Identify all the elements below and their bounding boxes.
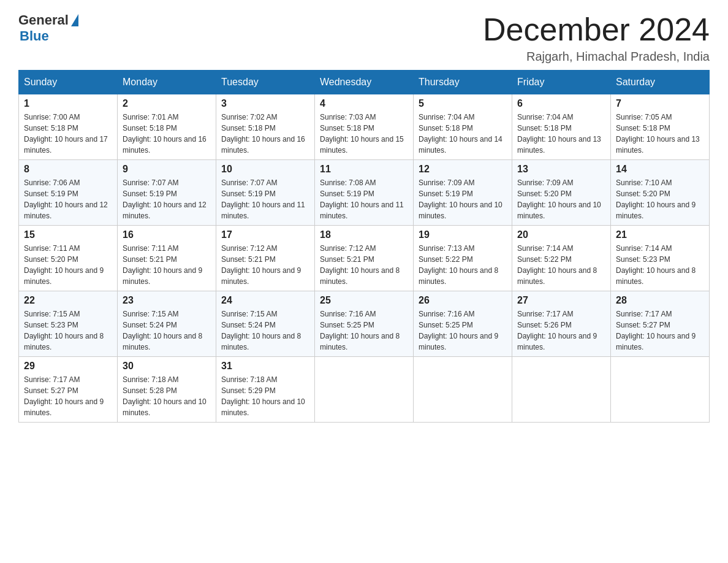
day-number: 13	[517, 164, 605, 175]
day-info: Sunrise: 7:17 AMSunset: 5:26 PMDaylight:…	[517, 308, 605, 353]
calendar-day-cell: 1Sunrise: 7:00 AMSunset: 5:18 PMDaylight…	[19, 94, 118, 160]
day-info: Sunrise: 7:09 AMSunset: 5:20 PMDaylight:…	[517, 177, 605, 221]
calendar-day-cell: 12Sunrise: 7:09 AMSunset: 5:19 PMDayligh…	[414, 160, 512, 226]
day-info: Sunrise: 7:11 AMSunset: 5:21 PMDaylight:…	[123, 243, 211, 287]
day-number: 20	[517, 229, 605, 240]
day-number: 11	[320, 164, 408, 175]
day-info: Sunrise: 7:18 AMSunset: 5:28 PMDaylight:…	[123, 374, 211, 418]
empty-cell	[315, 357, 414, 423]
day-number: 4	[320, 98, 408, 109]
day-of-week-header: Thursday	[414, 71, 512, 94]
calendar-week-row: 8Sunrise: 7:06 AMSunset: 5:19 PMDaylight…	[19, 160, 710, 226]
calendar-day-cell: 3Sunrise: 7:02 AMSunset: 5:18 PMDaylight…	[216, 94, 315, 160]
empty-cell	[414, 357, 512, 423]
day-number: 30	[123, 361, 211, 372]
day-number: 12	[419, 164, 507, 175]
day-info: Sunrise: 7:04 AMSunset: 5:18 PMDaylight:…	[419, 112, 507, 156]
day-info: Sunrise: 7:07 AMSunset: 5:19 PMDaylight:…	[123, 177, 211, 221]
logo: General Blue	[18, 12, 78, 44]
calendar-day-cell: 9Sunrise: 7:07 AMSunset: 5:19 PMDaylight…	[118, 160, 216, 226]
calendar-day-cell: 2Sunrise: 7:01 AMSunset: 5:18 PMDaylight…	[118, 94, 216, 160]
day-info: Sunrise: 7:14 AMSunset: 5:23 PMDaylight:…	[616, 243, 704, 287]
day-number: 31	[221, 361, 309, 372]
day-info: Sunrise: 7:15 AMSunset: 5:24 PMDaylight:…	[221, 308, 309, 353]
month-title: December 2024	[483, 12, 710, 47]
day-info: Sunrise: 7:17 AMSunset: 5:27 PMDaylight:…	[616, 308, 704, 353]
day-info: Sunrise: 7:16 AMSunset: 5:25 PMDaylight:…	[320, 308, 408, 353]
day-number: 21	[616, 229, 704, 240]
calendar-day-cell: 13Sunrise: 7:09 AMSunset: 5:20 PMDayligh…	[512, 160, 611, 226]
day-number: 19	[419, 229, 507, 240]
logo-triangle-icon	[71, 14, 78, 26]
day-info: Sunrise: 7:16 AMSunset: 5:25 PMDaylight:…	[419, 308, 507, 353]
empty-cell	[512, 357, 611, 423]
calendar-day-cell: 25Sunrise: 7:16 AMSunset: 5:25 PMDayligh…	[315, 291, 414, 357]
calendar-day-cell: 23Sunrise: 7:15 AMSunset: 5:24 PMDayligh…	[118, 291, 216, 357]
day-number: 5	[419, 98, 507, 109]
day-info: Sunrise: 7:02 AMSunset: 5:18 PMDaylight:…	[221, 112, 309, 156]
day-number: 27	[517, 295, 605, 306]
day-number: 25	[320, 295, 408, 306]
calendar-day-cell: 7Sunrise: 7:05 AMSunset: 5:18 PMDaylight…	[611, 94, 710, 160]
day-number: 3	[221, 98, 309, 109]
calendar-header-row: SundayMondayTuesdayWednesdayThursdayFrid…	[19, 71, 710, 94]
day-number: 26	[419, 295, 507, 306]
day-info: Sunrise: 7:14 AMSunset: 5:22 PMDaylight:…	[517, 243, 605, 287]
location-text: Rajgarh, Himachal Pradesh, India	[483, 50, 710, 64]
day-info: Sunrise: 7:01 AMSunset: 5:18 PMDaylight:…	[123, 112, 211, 156]
day-number: 17	[221, 229, 309, 240]
day-info: Sunrise: 7:08 AMSunset: 5:19 PMDaylight:…	[320, 177, 408, 221]
day-number: 7	[616, 98, 704, 109]
day-number: 24	[221, 295, 309, 306]
day-info: Sunrise: 7:05 AMSunset: 5:18 PMDaylight:…	[616, 112, 704, 156]
day-of-week-header: Sunday	[19, 71, 118, 94]
calendar-week-row: 22Sunrise: 7:15 AMSunset: 5:23 PMDayligh…	[19, 291, 710, 357]
day-info: Sunrise: 7:13 AMSunset: 5:22 PMDaylight:…	[419, 243, 507, 287]
day-number: 28	[616, 295, 704, 306]
calendar-day-cell: 5Sunrise: 7:04 AMSunset: 5:18 PMDaylight…	[414, 94, 512, 160]
calendar-day-cell: 24Sunrise: 7:15 AMSunset: 5:24 PMDayligh…	[216, 291, 315, 357]
day-number: 10	[221, 164, 309, 175]
day-info: Sunrise: 7:12 AMSunset: 5:21 PMDaylight:…	[320, 243, 408, 287]
day-info: Sunrise: 7:04 AMSunset: 5:18 PMDaylight:…	[517, 112, 605, 156]
day-number: 23	[123, 295, 211, 306]
calendar-day-cell: 8Sunrise: 7:06 AMSunset: 5:19 PMDaylight…	[19, 160, 118, 226]
day-info: Sunrise: 7:12 AMSunset: 5:21 PMDaylight:…	[221, 243, 309, 287]
day-number: 22	[24, 295, 112, 306]
calendar-day-cell: 21Sunrise: 7:14 AMSunset: 5:23 PMDayligh…	[611, 226, 710, 291]
title-section: December 2024 Rajgarh, Himachal Pradesh,…	[483, 12, 710, 64]
day-of-week-header: Saturday	[611, 71, 710, 94]
calendar-day-cell: 22Sunrise: 7:15 AMSunset: 5:23 PMDayligh…	[19, 291, 118, 357]
day-number: 16	[123, 229, 211, 240]
calendar-week-row: 29Sunrise: 7:17 AMSunset: 5:27 PMDayligh…	[19, 357, 710, 423]
day-of-week-header: Tuesday	[216, 71, 315, 94]
logo-general-text: General	[18, 12, 69, 28]
calendar-day-cell: 28Sunrise: 7:17 AMSunset: 5:27 PMDayligh…	[611, 291, 710, 357]
logo-blue-text: Blue	[20, 28, 49, 44]
empty-cell	[611, 357, 710, 423]
calendar-day-cell: 20Sunrise: 7:14 AMSunset: 5:22 PMDayligh…	[512, 226, 611, 291]
calendar-day-cell: 10Sunrise: 7:07 AMSunset: 5:19 PMDayligh…	[216, 160, 315, 226]
day-info: Sunrise: 7:15 AMSunset: 5:23 PMDaylight:…	[24, 308, 112, 353]
day-of-week-header: Friday	[512, 71, 611, 94]
calendar-day-cell: 31Sunrise: 7:18 AMSunset: 5:29 PMDayligh…	[216, 357, 315, 423]
calendar-table: SundayMondayTuesdayWednesdayThursdayFrid…	[18, 70, 710, 423]
calendar-day-cell: 19Sunrise: 7:13 AMSunset: 5:22 PMDayligh…	[414, 226, 512, 291]
day-info: Sunrise: 7:17 AMSunset: 5:27 PMDaylight:…	[24, 374, 112, 418]
calendar-day-cell: 14Sunrise: 7:10 AMSunset: 5:20 PMDayligh…	[611, 160, 710, 226]
day-of-week-header: Wednesday	[315, 71, 414, 94]
day-info: Sunrise: 7:11 AMSunset: 5:20 PMDaylight:…	[24, 243, 112, 287]
day-info: Sunrise: 7:15 AMSunset: 5:24 PMDaylight:…	[123, 308, 211, 353]
day-number: 15	[24, 229, 112, 240]
day-number: 18	[320, 229, 408, 240]
day-info: Sunrise: 7:00 AMSunset: 5:18 PMDaylight:…	[24, 112, 112, 156]
day-number: 2	[123, 98, 211, 109]
day-info: Sunrise: 7:09 AMSunset: 5:19 PMDaylight:…	[419, 177, 507, 221]
day-number: 29	[24, 361, 112, 372]
calendar-day-cell: 6Sunrise: 7:04 AMSunset: 5:18 PMDaylight…	[512, 94, 611, 160]
calendar-day-cell: 17Sunrise: 7:12 AMSunset: 5:21 PMDayligh…	[216, 226, 315, 291]
page-header: General Blue December 2024 Rajgarh, Hima…	[18, 12, 710, 64]
calendar-week-row: 1Sunrise: 7:00 AMSunset: 5:18 PMDaylight…	[19, 94, 710, 160]
day-info: Sunrise: 7:07 AMSunset: 5:19 PMDaylight:…	[221, 177, 309, 221]
calendar-day-cell: 11Sunrise: 7:08 AMSunset: 5:19 PMDayligh…	[315, 160, 414, 226]
